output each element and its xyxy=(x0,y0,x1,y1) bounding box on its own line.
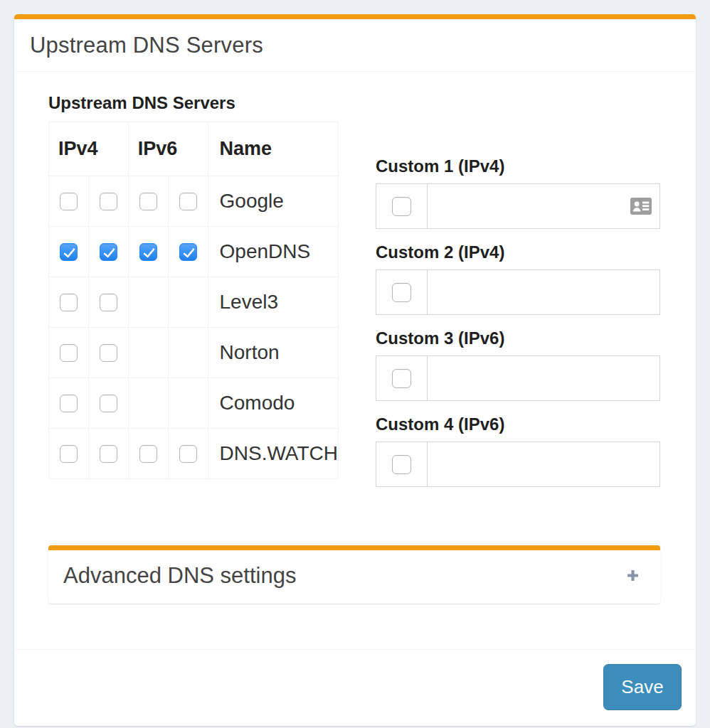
custom-4-box xyxy=(376,441,660,487)
custom-1-label: Custom 1 (IPv4) xyxy=(376,157,660,176)
checkbox-level3-ipv4-2[interactable] xyxy=(100,294,117,311)
server-name: Comodo xyxy=(208,378,338,429)
plus-icon xyxy=(627,569,639,582)
checkbox-dnswatch-ipv4-2[interactable] xyxy=(100,445,117,463)
checkbox-comodo-ipv4-1[interactable] xyxy=(60,395,78,412)
table-row: DNS.WATCH xyxy=(49,429,339,479)
custom-3-input-wrap xyxy=(428,356,659,400)
advanced-dns-settings-panel[interactable]: Advanced DNS settings xyxy=(48,545,660,604)
card-footer: Save xyxy=(14,649,696,726)
checkbox-dnswatch-ipv4-1[interactable] xyxy=(60,445,78,463)
custom-3-box xyxy=(376,355,660,401)
dns-servers-table: IPv4 IPv6 Name Google xyxy=(48,122,339,479)
checkbox-opendns-ipv4-2[interactable] xyxy=(100,243,117,261)
custom-4-input[interactable] xyxy=(428,442,659,486)
custom-servers-column: Custom 1 (IPv4) xyxy=(376,122,660,501)
table-row: Google xyxy=(49,176,339,227)
content-columns: IPv4 IPv6 Name Google xyxy=(48,122,660,501)
custom-1-input[interactable] xyxy=(428,184,659,228)
custom-3-label: Custom 3 (IPv6) xyxy=(376,329,660,348)
page-title: Upstream DNS Servers xyxy=(30,33,680,58)
custom-2-checkbox[interactable] xyxy=(392,283,411,302)
custom-3-checkbox[interactable] xyxy=(392,369,411,388)
advanced-toggle-button[interactable] xyxy=(622,565,643,586)
advanced-panel-title: Advanced DNS settings xyxy=(63,563,296,589)
custom-2-input[interactable] xyxy=(428,270,659,314)
custom-2-box xyxy=(376,269,660,315)
checkbox-level3-ipv4-1[interactable] xyxy=(60,294,78,311)
checkbox-google-ipv4-2[interactable] xyxy=(100,193,117,210)
header-ipv4: IPv4 xyxy=(49,122,129,176)
custom-1-checkbox-cell xyxy=(376,184,428,228)
checkbox-dnswatch-ipv6-1[interactable] xyxy=(139,445,157,463)
server-name: DNS.WATCH xyxy=(208,429,338,479)
preset-servers-column: IPv4 IPv6 Name Google xyxy=(48,122,339,501)
custom-3-input[interactable] xyxy=(428,356,659,400)
table-header-row: IPv4 IPv6 Name xyxy=(49,122,339,176)
custom-4-input-wrap xyxy=(428,442,659,486)
custom-1-checkbox[interactable] xyxy=(392,197,411,216)
server-name: Norton xyxy=(208,328,338,378)
save-button[interactable]: Save xyxy=(603,664,682,710)
table-row: Level3 xyxy=(49,277,339,328)
custom-2-input-wrap xyxy=(428,270,659,314)
custom-4-group: Custom 4 (IPv6) xyxy=(376,415,660,487)
checkbox-opendns-ipv6-2[interactable] xyxy=(179,243,197,261)
checkbox-norton-ipv4-1[interactable] xyxy=(60,344,78,362)
checkbox-google-ipv6-2[interactable] xyxy=(179,193,197,210)
custom-1-group: Custom 1 (IPv4) xyxy=(376,157,660,229)
table-row: Norton xyxy=(49,328,339,378)
custom-1-box xyxy=(376,183,660,229)
card-header: Upstream DNS Servers xyxy=(14,19,696,72)
server-name: OpenDNS xyxy=(208,227,338,277)
card-body: Upstream DNS Servers IPv4 IPv6 Name xyxy=(14,72,696,604)
checkbox-dnswatch-ipv6-2[interactable] xyxy=(179,445,197,463)
server-name: Level3 xyxy=(208,277,338,328)
checkbox-comodo-ipv4-2[interactable] xyxy=(100,395,117,412)
custom-3-checkbox-cell xyxy=(376,356,428,400)
checkbox-google-ipv6-1[interactable] xyxy=(139,193,157,210)
checkbox-opendns-ipv6-1[interactable] xyxy=(139,243,157,261)
upstream-dns-card: Upstream DNS Servers Upstream DNS Server… xyxy=(14,14,696,726)
table-row: OpenDNS xyxy=(49,227,339,277)
header-name: Name xyxy=(208,122,338,176)
custom-2-group: Custom 2 (IPv4) xyxy=(376,243,660,315)
checkbox-google-ipv4-1[interactable] xyxy=(60,193,78,210)
section-label: Upstream DNS Servers xyxy=(48,93,660,113)
custom-2-label: Custom 2 (IPv4) xyxy=(376,243,660,262)
custom-1-input-wrap xyxy=(428,184,659,228)
page-background: Upstream DNS Servers Upstream DNS Server… xyxy=(0,0,710,728)
custom-4-checkbox-cell xyxy=(376,442,428,486)
server-name: Google xyxy=(208,176,338,227)
custom-3-group: Custom 3 (IPv6) xyxy=(376,329,660,401)
custom-4-label: Custom 4 (IPv6) xyxy=(376,415,660,434)
custom-4-checkbox[interactable] xyxy=(392,455,411,474)
table-row: Comodo xyxy=(49,378,339,429)
checkbox-opendns-ipv4-1[interactable] xyxy=(60,243,78,261)
header-ipv6: IPv6 xyxy=(128,122,208,176)
custom-2-checkbox-cell xyxy=(376,270,428,314)
checkbox-norton-ipv4-2[interactable] xyxy=(100,344,117,362)
